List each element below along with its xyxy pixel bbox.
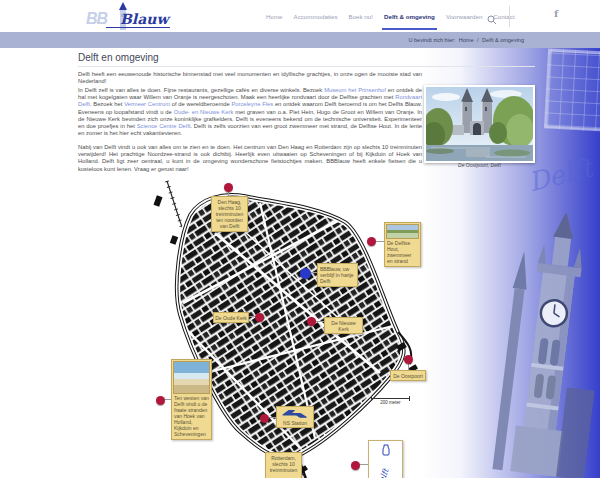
bbblauw-logo[interactable]: BB Blauw [86,4,176,32]
text-link[interactable]: Oude- en Nieuwe Kerk [174,109,234,115]
note-text: NS Station [279,420,311,426]
ns-logo-icon [280,408,310,419]
breadcrumb-prefix: U bevindt zich hier: [409,37,456,43]
map-scale-bar: 200 meter [371,398,410,405]
title-rule [78,66,535,67]
map-note-porceleyne-fles: Delft [368,440,403,478]
page: Delft [0,0,600,478]
note-text: BBBlauw, uw verblijf in hartje Delft [320,266,354,284]
note-text: De Delftse Hout, zwemmeer en strand [387,240,411,264]
note-text: Rotterdam, slechts 10 treinminuten [270,455,298,473]
map-note-delftse-hout: De Delftse Hout, zwemmeer en strand [384,222,421,267]
nav-item-home[interactable]: Home [266,13,283,20]
nieuwe-kerk-tower-decor [484,207,600,478]
note-text: De Oude Kerk [215,315,247,321]
nav-item-accommodaties[interactable]: Accommodaties [294,13,338,20]
map-dot-den-haag [224,183,233,192]
nav-item-delft-omgeving[interactable]: Delft & omgeving [384,13,435,20]
map-note-oostpoort: De Oostpoort [390,370,426,381]
delft-map: Den Haag, slechts 10 treinminuten ten no… [125,178,445,478]
nav-item-boek-nu[interactable]: Boek nu! [349,13,373,20]
main-nav: Home Accommodaties Boek nu! Delft & omge… [266,0,515,32]
map-dot-porceleyne [351,461,360,470]
note-text: De Oostpoort [393,373,423,379]
text-link[interactable]: Porceleyne Fles [231,101,273,107]
note-text: Ten westen van Delft vindt u de fraaie s… [174,395,209,437]
header-divider [509,6,510,27]
note-text: De Nieuwe Kerk [331,320,355,332]
note-text: Den Haag, slechts 10 treinminuten ten no… [216,199,244,229]
breadcrumb-home-link[interactable]: Home [459,37,474,43]
map-note-bbblauw: BBBlauw, uw verblijf in hartje Delft [317,263,358,287]
map-note-den-haag: Den Haag, slechts 10 treinminuten ten no… [211,196,248,232]
nav-item-voorwaarden[interactable]: Voorwaarden [446,13,482,20]
site-header: BB Blauw Home Accommodaties Boek nu! Del… [0,0,600,32]
map-dot-oostpoort [404,355,413,364]
map-dot-strand [156,396,165,405]
map-note-strand: Ten westen van Delft vindt u de fraaie s… [171,359,212,440]
breadcrumb-separator: / [477,37,479,43]
delft-jar-icon [381,444,391,456]
map-note-oude-kerk: De Oude Kerk [213,312,249,323]
map-note-ns-station: NS Station [276,406,314,428]
facebook-icon[interactable]: f [554,8,558,19]
map-dot-ns-station [260,414,269,423]
map-dot-bbblauw [300,268,311,279]
logo-text-bb: BB [86,10,107,28]
text-link[interactable]: Vermeer Centrum [124,101,170,107]
map-note-rotterdam: Rotterdam, slechts 10 treinminuten [265,452,302,478]
delft-script-decor: Delft [525,153,595,198]
text-link[interactable]: Museum het Prinsenhof [324,87,386,93]
paragraph-omgeving: Nabij van Delft vindt u ook van alles om… [78,144,422,173]
beach-thumbnail [173,361,210,394]
delft-tiles-decor [544,48,600,131]
photo-caption: De Oostpoort, Delft [424,162,535,168]
breadcrumb-current: Delft & omgeving [482,37,524,43]
paragraph-delft: In Delft zelf is van alles te doen. Fijn… [78,87,422,137]
delftse-hout-thumbnail [386,224,419,239]
search-icon[interactable] [487,11,497,21]
logo-text-blauw: Blauw [106,11,170,28]
breadcrumb: U bevindt zich hier: Home / Delft & omge… [0,32,600,48]
map-dot-delftse-hout [367,237,376,246]
porceleyne-script: Delft [376,464,392,478]
map-dot-nieuwe-kerk [307,317,316,326]
paragraph-intro: Delft heeft een eeuwenoude historische b… [78,71,422,85]
text-link[interactable]: Science Centre Delft [137,123,191,129]
oostpoort-photo [424,85,535,163]
scale-label: 200 meter [371,400,410,405]
map-note-nieuwe-kerk: De Nieuwe Kerk [324,317,363,334]
map-dot-oude-kerk [255,313,264,322]
page-title: Delft en omgeving [78,52,165,63]
